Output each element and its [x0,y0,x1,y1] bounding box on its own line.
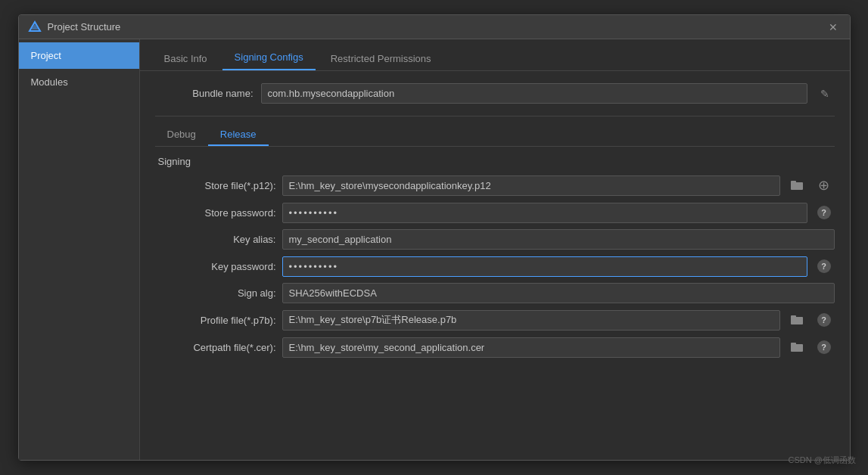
store-file-input[interactable] [282,175,780,196]
divider-1 [155,116,835,116]
watermark: CSDN @低调函数 [789,455,856,466]
project-structure-dialog: Project Structure ✕ Project Modules Basi… [18,14,851,461]
bundle-label: Bundle name: [155,88,254,99]
svg-rect-5 [791,315,796,318]
certpath-file-label: Certpath file(*.cer): [155,342,276,353]
folder-icon-3 [791,341,803,354]
form-row-key-password: Key password: ? [155,256,835,277]
form-row-certpath-file: Certpath file(*.cer): ? [155,337,835,358]
certpath-file-help-button[interactable]: ? [814,337,835,358]
help-icon-3: ? [817,313,831,327]
certpath-file-folder-button[interactable] [786,337,807,358]
dialog-title: Project Structure [48,21,121,33]
help-icon-2: ? [817,259,831,273]
bundle-input[interactable] [261,83,807,104]
profile-file-help-button[interactable]: ? [814,309,835,331]
tab-signing-configs[interactable]: Signing Configs [222,45,316,70]
profile-file-folder-button[interactable] [786,309,807,331]
titlebar: Project Structure ✕ [19,15,850,39]
sign-alg-input[interactable] [282,283,835,303]
tab-restricted-permissions[interactable]: Restricted Permissions [319,47,443,70]
certpath-file-input[interactable] [282,337,780,358]
tabs-bar: Basic Info Signing Configs Restricted Pe… [140,39,850,71]
close-button[interactable]: ✕ [826,20,841,35]
sub-tab-debug[interactable]: Debug [155,124,208,146]
form-row-store-file: Store file(*.p12): ⊕ [155,175,835,196]
svg-rect-3 [791,181,796,184]
key-password-help-button[interactable]: ? [814,256,835,277]
help-icon-4: ? [817,340,831,354]
panel-body: Bundle name: ✎ Debug Release [140,71,850,460]
store-password-input[interactable] [282,203,807,223]
profile-file-input[interactable] [282,310,780,331]
content-area: Project Modules Basic Info Signing Confi… [19,39,850,460]
key-password-label: Key password: [155,261,276,272]
store-file-label: Store file(*.p12): [155,180,276,191]
sidebar-item-modules[interactable]: Modules [19,69,139,95]
profile-file-label: Profile file(*.p7b): [155,315,276,326]
store-password-help-button[interactable]: ? [814,202,835,223]
fingerprint-icon: ⊕ [818,177,829,194]
form-row-key-alias: Key alias: [155,229,835,250]
store-file-folder-button[interactable] [786,175,807,196]
main-panel: Basic Info Signing Configs Restricted Pe… [140,39,850,460]
svg-rect-7 [791,343,796,346]
folder-icon [791,179,803,192]
signing-section-title: Signing [158,156,835,167]
edit-icon: ✎ [820,88,829,100]
bundle-row: Bundle name: ✎ [155,83,835,104]
help-icon: ? [817,206,831,219]
key-alias-label: Key alias: [155,234,276,245]
sub-tabs-bar: Debug Release [155,124,835,147]
form-row-profile-file: Profile file(*.p7b): ? [155,309,835,331]
titlebar-left: Project Structure [28,20,121,34]
tab-basic-info[interactable]: Basic Info [152,47,219,70]
sidebar: Project Modules [19,39,140,460]
sidebar-item-project[interactable]: Project [19,42,139,69]
form-row-sign-alg: Sign alg: [155,283,835,303]
sub-tab-release[interactable]: Release [208,124,269,146]
bundle-edit-button[interactable]: ✎ [815,84,835,104]
key-alias-input[interactable] [282,229,835,250]
folder-icon-2 [791,314,803,327]
sign-alg-label: Sign alg: [155,287,276,299]
store-password-label: Store password: [155,207,276,219]
form-row-store-password: Store password: ? [155,202,835,223]
app-icon [28,20,42,34]
store-file-fingerprint-button[interactable]: ⊕ [814,175,835,196]
key-password-input[interactable] [282,256,807,277]
